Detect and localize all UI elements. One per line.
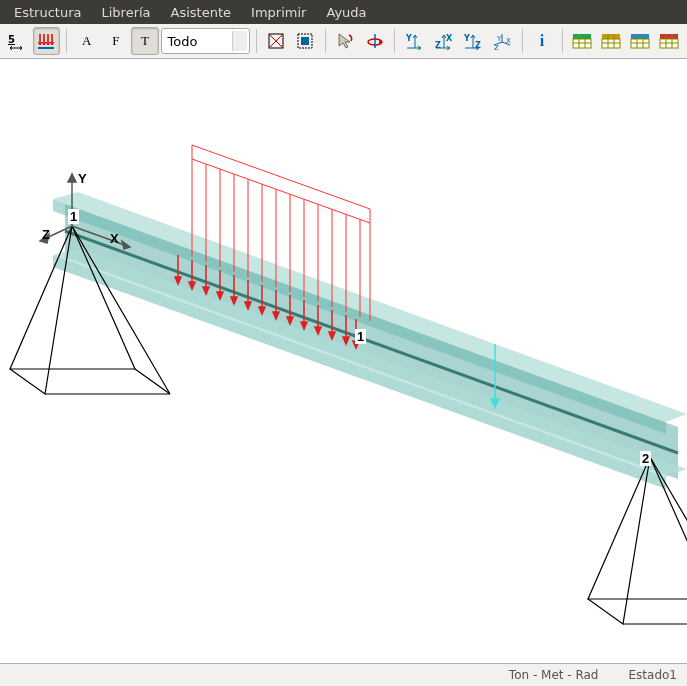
support-right <box>588 457 687 624</box>
table-4-button[interactable] <box>656 27 683 55</box>
info-button[interactable]: i <box>529 27 556 55</box>
select-cursor-button[interactable] <box>332 27 359 55</box>
svg-rect-6 <box>301 37 309 45</box>
svg-text:X: X <box>506 37 511 45</box>
svg-rect-31 <box>660 34 678 39</box>
svg-marker-42 <box>68 174 76 182</box>
menubar: Estructura Librería Asistente Imprimir A… <box>0 0 687 24</box>
svg-text:Z: Z <box>494 44 499 50</box>
show-labels-a-button[interactable]: A <box>73 27 100 55</box>
svg-line-38 <box>65 231 678 453</box>
view-xz-button[interactable]: XZ <box>430 27 457 55</box>
view-box-button[interactable] <box>263 27 290 55</box>
toolbar: 5 A F T Todo Y XZ YZ YXZ i <box>0 24 687 59</box>
status-state: Estado1 <box>629 668 678 682</box>
loads-view-button[interactable] <box>33 27 60 55</box>
axis-y-label: Y <box>78 171 87 186</box>
view-xy-button[interactable]: Y <box>401 27 428 55</box>
show-labels-t-button[interactable]: T <box>131 27 158 55</box>
view-yz-button[interactable]: YZ <box>459 27 486 55</box>
svg-text:5: 5 <box>8 34 15 45</box>
viewport-3d[interactable]: 1 2 1 X Y Z <box>0 59 687 659</box>
model-canvas <box>0 59 687 659</box>
dropdown-value: Todo <box>168 34 198 49</box>
view-3d-button[interactable]: YXZ <box>488 27 515 55</box>
svg-text:X: X <box>446 34 453 43</box>
distributed-load-top <box>192 145 370 223</box>
svg-text:Y: Y <box>405 34 412 43</box>
table-2-button[interactable] <box>598 27 625 55</box>
svg-text:Y: Y <box>496 35 502 43</box>
svg-rect-21 <box>602 34 620 39</box>
node-label-2: 2 <box>640 451 651 466</box>
status-units: Ton - Met - Rad <box>509 668 599 682</box>
menu-ayuda[interactable]: Ayuda <box>316 2 376 23</box>
load-label-1: 1 <box>355 329 366 344</box>
view-select-button[interactable] <box>292 27 319 55</box>
menu-estructura[interactable]: Estructura <box>4 2 91 23</box>
table-3-button[interactable] <box>627 27 654 55</box>
show-labels-f-button[interactable]: F <box>102 27 129 55</box>
svg-rect-26 <box>631 34 649 39</box>
svg-text:Z: Z <box>475 41 481 50</box>
svg-text:Y: Y <box>463 34 470 43</box>
statusbar: Ton - Met - Rad Estado1 <box>0 663 687 686</box>
svg-rect-16 <box>573 34 591 39</box>
menu-imprimir[interactable]: Imprimir <box>241 2 316 23</box>
menu-asistente[interactable]: Asistente <box>161 2 241 23</box>
snap-button[interactable]: 5 <box>4 27 31 55</box>
rotate-view-button[interactable] <box>361 27 388 55</box>
axis-x-label: X <box>110 231 119 246</box>
table-1-button[interactable] <box>569 27 596 55</box>
load-case-dropdown[interactable]: Todo <box>161 28 250 54</box>
node-label-1: 1 <box>68 209 79 224</box>
svg-text:Z: Z <box>435 41 441 50</box>
menu-libreria[interactable]: Librería <box>91 2 160 23</box>
axis-z-label: Z <box>42 227 50 242</box>
